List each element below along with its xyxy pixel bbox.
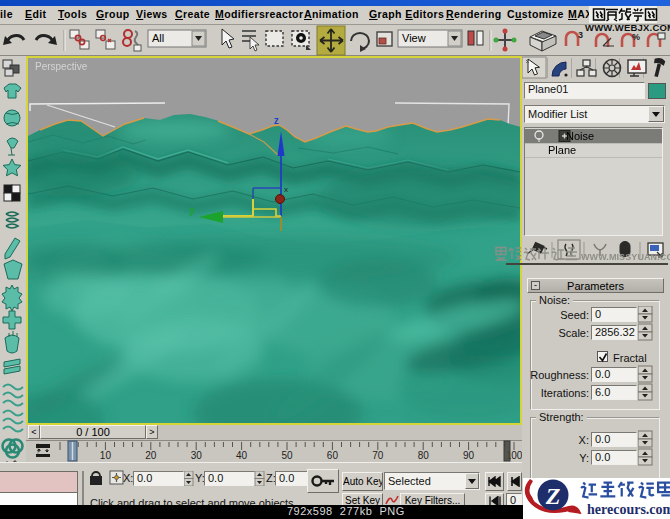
svg-text:80: 80 (418, 450, 430, 461)
svg-text:10: 10 (100, 450, 112, 461)
svg-text:x: x (284, 185, 288, 194)
svg-text:30: 30 (191, 450, 203, 461)
svg-text:View: View (402, 32, 426, 44)
svg-text:20: 20 (145, 450, 157, 461)
svg-text:All: All (152, 32, 164, 44)
svg-text:50: 50 (281, 450, 293, 461)
svg-text:90: 90 (463, 450, 475, 461)
svg-text:Z: Z (545, 483, 561, 509)
svg-text:herecours.com: herecours.com (587, 502, 670, 517)
svg-text:Perspective: Perspective (35, 61, 88, 72)
svg-text:y: y (189, 205, 195, 216)
svg-text:WWW.WEBJX.COM: WWW.WEBJX.COM (585, 22, 670, 33)
svg-text:40: 40 (236, 450, 248, 461)
svg-text:WWW.MISSYUAN.COM: WWW.MISSYUAN.COM (581, 252, 670, 262)
svg-text:60: 60 (327, 450, 339, 461)
svg-text:z: z (274, 115, 279, 126)
svg-text:70: 70 (372, 450, 384, 461)
